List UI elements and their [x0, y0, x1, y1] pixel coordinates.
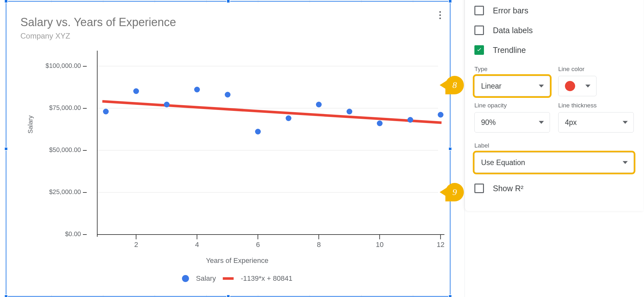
x-axis-label: Years of Experience — [206, 257, 268, 265]
x-tick: 6 — [256, 241, 260, 249]
x-axis-line — [97, 234, 444, 235]
y-tick: $50,000.00 — [49, 146, 81, 154]
line-thickness-dropdown[interactable]: 4px — [558, 112, 634, 133]
chart-subtitle: Company XYZ — [20, 32, 70, 40]
data-point — [286, 115, 291, 121]
y-tick: $0.00 — [65, 230, 81, 238]
thickness-label: Line thickness — [558, 102, 634, 109]
data-point — [194, 87, 200, 92]
legend-series-label: Salary — [196, 274, 216, 283]
legend-trend-label: -1139*x + 80841 — [241, 274, 292, 283]
resize-handle-rm[interactable] — [448, 147, 452, 151]
x-tick: 12 — [437, 241, 444, 249]
show-r2-checkbox[interactable] — [474, 184, 484, 193]
data-point — [255, 129, 261, 134]
data-point — [103, 109, 109, 114]
x-tick: 10 — [376, 241, 384, 249]
y-tick: $75,000.00 — [49, 104, 81, 112]
line-color-label: Line color — [558, 66, 634, 73]
line-color-dropdown[interactable] — [558, 76, 596, 96]
y-axis-label: Salary — [27, 115, 34, 134]
callout-badge-8: 8 — [445, 76, 464, 94]
resize-handle-tr[interactable] — [448, 0, 452, 3]
chart-title: Salary vs. Years of Experience — [20, 16, 176, 29]
chevron-down-icon — [585, 85, 590, 88]
error-bars-label: Error bars — [493, 6, 528, 15]
resize-handle-br[interactable] — [448, 294, 452, 297]
data-point — [377, 120, 383, 126]
line-opacity-dropdown[interactable]: 90% — [474, 112, 550, 133]
chevron-down-icon — [539, 121, 544, 124]
y-axis-line — [97, 51, 98, 237]
chart-card: Salary vs. Years of Experience Company X… — [8, 3, 449, 295]
chart-editor-sidebar: Error bars Data labels Trendline Type Li… — [465, 0, 643, 211]
show-r2-label: Show R² — [493, 184, 523, 193]
trendline-type-dropdown[interactable]: Linear — [474, 76, 550, 96]
resize-handle-bl[interactable] — [4, 294, 8, 297]
x-tick: 4 — [195, 241, 199, 249]
data-point — [164, 102, 170, 107]
chart-overflow-menu[interactable] — [435, 9, 445, 21]
data-point — [316, 102, 322, 107]
line-thickness-value: 4px — [565, 118, 577, 127]
y-tick: $100,000.00 — [46, 62, 81, 69]
data-labels-label: Data labels — [493, 26, 533, 35]
type-label: Type — [474, 66, 550, 73]
resize-handle-bm[interactable] — [226, 294, 230, 297]
x-tick: 2 — [134, 241, 138, 249]
trendline-label: Trendline — [493, 46, 526, 55]
chart-plot-area: Salary $100,000.00 $75,000.00 $50,000.00… — [30, 51, 444, 255]
data-point — [347, 109, 352, 114]
x-tick: 8 — [317, 241, 321, 249]
trendline-checkbox[interactable] — [474, 45, 484, 55]
legend-marker-trend — [223, 277, 234, 280]
trendline-type-value: Linear — [481, 82, 501, 91]
error-bars-checkbox[interactable] — [474, 6, 484, 15]
trendline — [102, 100, 442, 124]
chevron-down-icon — [623, 121, 628, 124]
trendline-label-label: Label — [474, 142, 634, 149]
data-point — [225, 92, 231, 98]
trendline-label-dropdown[interactable]: Use Equation — [474, 152, 634, 173]
legend-marker-series — [182, 275, 189, 282]
y-tick: $25,000.00 — [49, 188, 81, 196]
data-labels-checkbox[interactable] — [474, 25, 484, 35]
line-opacity-value: 90% — [481, 118, 496, 127]
data-point — [407, 117, 413, 123]
trendline-label-value: Use Equation — [481, 158, 525, 167]
chart-selection[interactable]: Salary vs. Years of Experience Company X… — [6, 1, 450, 297]
chevron-down-icon — [539, 85, 544, 88]
data-point — [133, 88, 139, 94]
data-point — [438, 112, 443, 118]
callout-badge-9: 9 — [445, 183, 464, 201]
chevron-down-icon — [623, 161, 628, 164]
chart-legend: Salary -1139*x + 80841 — [182, 274, 292, 283]
line-color-swatch — [565, 81, 575, 91]
opacity-label: Line opacity — [474, 102, 550, 109]
